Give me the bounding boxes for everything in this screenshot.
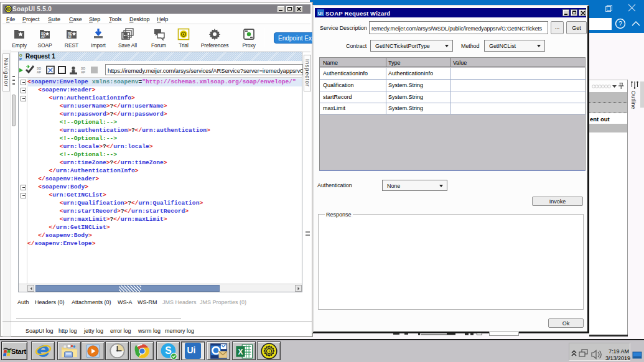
svg-text:AP: AP xyxy=(41,35,46,39)
svg-text:AP: AP xyxy=(37,70,42,74)
svg-text:P: P xyxy=(19,57,22,61)
svg-text:S: S xyxy=(165,345,171,356)
svg-text:X: X xyxy=(238,348,243,356)
svg-text:AP: AP xyxy=(81,70,86,74)
svg-text:?: ? xyxy=(618,21,622,27)
svg-text:ST: ST xyxy=(68,35,72,39)
